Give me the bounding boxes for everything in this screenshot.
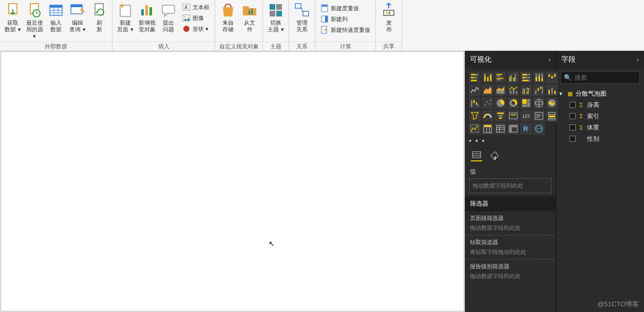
svg-rect-80 (538, 88, 539, 91)
new-column-button[interactable]: 新建列 (318, 14, 372, 24)
drill-filter-dropzone[interactable]: 将钻取字段拖动到此处 (470, 248, 551, 256)
new-page-button[interactable]: 新建 页面 ▾ (115, 1, 136, 41)
svg-rect-119 (484, 127, 491, 133)
image-label: 图像 (193, 14, 204, 22)
viz-area-icon[interactable] (482, 84, 494, 96)
viz-kpi-icon[interactable] (533, 110, 545, 122)
viz-table-icon[interactable] (469, 123, 481, 135)
viz-matrix-icon[interactable] (482, 123, 494, 135)
recent-sources-button[interactable]: 最近使 用的源 ▾ (24, 1, 45, 41)
field-row[interactable]: Σ索引 (556, 111, 644, 122)
svg-rect-69 (548, 75, 550, 77)
viz-waterfall-icon[interactable] (533, 84, 545, 96)
svg-rect-11 (79, 13, 80, 14)
publish-button[interactable]: 发 布 (378, 1, 400, 41)
calculator-icon (320, 4, 329, 12)
viz-arcgis-icon[interactable] (533, 123, 545, 135)
viz-stacked-bar-icon[interactable] (469, 71, 481, 83)
svg-rect-4 (50, 5, 62, 8)
image-button[interactable]: 图像 (180, 13, 212, 23)
viz-line-stacked-column-icon[interactable] (507, 84, 519, 96)
watermark: @51CTO博客 (597, 300, 639, 309)
page-filter-dropzone[interactable]: 拖动数据字段到此处 (470, 224, 551, 232)
viz-funnel-icon[interactable] (469, 110, 481, 122)
canvas-page[interactable] (1, 51, 464, 311)
svg-rect-42 (471, 77, 474, 79)
quick-measure-button[interactable]: 新建快速度量值 (318, 25, 372, 35)
svg-point-91 (486, 101, 488, 103)
refresh-button[interactable]: 刷 新 (88, 1, 110, 41)
get-data-button[interactable]: 获取 数据 ▾ (2, 1, 24, 41)
field-checkbox[interactable] (570, 113, 576, 119)
table-icon: ▦ (566, 90, 574, 97)
viz-line-clustered-column-icon[interactable] (520, 84, 532, 96)
viz-table2-icon[interactable] (495, 123, 506, 135)
format-tab[interactable] (489, 150, 501, 161)
viz-clustered-bar-icon[interactable] (495, 71, 506, 83)
from-file-button[interactable]: 从文 件 (239, 1, 260, 41)
visualization-gallery: 123 R (465, 68, 556, 137)
ask-question-button[interactable]: 提出 问题 (158, 1, 179, 41)
fields-tab[interactable] (471, 150, 482, 161)
viz-stacked-column-icon[interactable] (482, 71, 494, 83)
viz-clustered-column-icon[interactable] (507, 71, 519, 83)
drill-filter-label: 钻取筛选器 (470, 238, 551, 246)
switch-theme-button[interactable]: 切换 主题 ▾ (265, 1, 287, 41)
bar-chart-icon (139, 2, 155, 19)
fields-header[interactable]: 字段 › (556, 51, 644, 68)
field-checkbox[interactable] (570, 102, 576, 108)
field-row[interactable]: Σ身高 (556, 99, 644, 111)
grid-icon (48, 2, 64, 19)
viz-map-icon[interactable] (533, 97, 545, 109)
viz-pie-icon[interactable] (495, 97, 506, 109)
field-checkbox[interactable] (570, 136, 576, 142)
report-filter-dropzone[interactable]: 拖动数据字段到此处 (470, 272, 551, 280)
from-store-button[interactable]: 来自 存储 (217, 1, 239, 41)
svg-rect-50 (497, 76, 501, 77)
table-row[interactable]: ▾ ▦ 分散气泡图 (556, 88, 644, 99)
field-row[interactable]: Σ体重 (556, 122, 644, 133)
viz-matrix2-icon[interactable] (507, 123, 519, 135)
visualizations-header[interactable]: 可视化 › (465, 51, 556, 68)
svg-rect-49 (497, 74, 502, 75)
fields-search[interactable]: 🔍 (560, 71, 640, 84)
ribbon-group-external-data: 获取 数据 ▾ 最近使 用的源 ▾ 输入 数据 编辑 查询 ▾ 刷 新 外部数据 (0, 0, 112, 51)
svg-rect-117 (548, 118, 555, 120)
viz-gauge-icon[interactable] (482, 110, 494, 122)
shape-button[interactable]: 形状 ▾ (180, 24, 212, 34)
svg-rect-41 (476, 74, 478, 76)
new-visual-button[interactable]: 新增视 觉对象 (136, 1, 158, 41)
svg-point-92 (489, 103, 490, 105)
viz-donut-icon[interactable] (507, 97, 519, 109)
viz-card-icon[interactable] (507, 110, 519, 122)
viz-waterfall2-icon[interactable] (469, 97, 481, 109)
svg-rect-75 (522, 90, 523, 95)
viz-gallery-more[interactable]: • • • (465, 137, 556, 147)
enter-data-button[interactable]: 输入 数据 (45, 1, 67, 41)
svg-rect-79 (535, 90, 537, 95)
viz-multi-card-icon[interactable]: 123 (520, 110, 532, 122)
viz-100-stacked-column-icon[interactable] (533, 71, 545, 83)
svg-text:123: 123 (522, 114, 530, 119)
palette-icon (268, 2, 284, 19)
viz-r-icon[interactable]: R (520, 123, 532, 135)
textbox-button[interactable]: A 文本框 (180, 2, 212, 12)
field-row[interactable]: 性别 (556, 133, 644, 144)
svg-text:R: R (523, 125, 528, 133)
viz-treemap-icon[interactable] (520, 97, 532, 109)
edit-query-button[interactable]: 编辑 查询 ▾ (67, 1, 88, 41)
value-well-dropzone[interactable]: 拖动数据字段到此处 (469, 178, 552, 193)
new-measure-button[interactable]: 新建度量值 (318, 3, 372, 13)
viz-line-icon[interactable] (469, 84, 481, 96)
viz-stacked-area-icon[interactable] (495, 84, 506, 96)
viz-scatter-icon[interactable] (482, 97, 494, 109)
field-name: 索引 (587, 112, 599, 121)
manage-relationships-button[interactable]: 管理 关系 (291, 1, 313, 41)
fields-search-input[interactable] (575, 74, 644, 81)
report-canvas[interactable]: ↖ (0, 51, 465, 312)
viz-100-stacked-bar-icon[interactable] (520, 71, 532, 83)
viz-funnel2-icon[interactable] (495, 110, 506, 122)
svg-line-31 (301, 7, 303, 12)
field-checkbox[interactable] (570, 124, 576, 131)
right-panels: 可视化 › (465, 51, 644, 312)
